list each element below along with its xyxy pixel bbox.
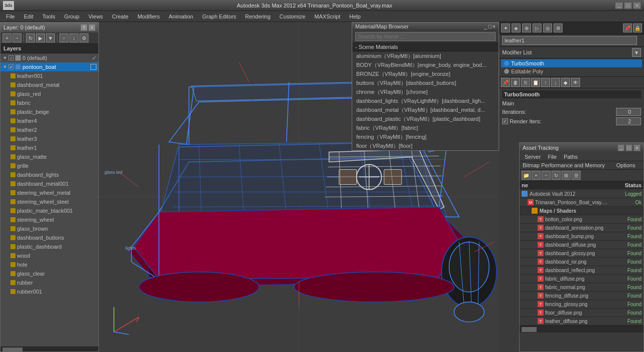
at-item-dash-diffuse[interactable]: T dashboard_diffuse.png Found bbox=[520, 241, 644, 249]
at-item-fabric-normal[interactable]: T fabric_normal.png Found bbox=[520, 283, 644, 292]
layer-checkbox-0[interactable]: ✓ bbox=[8, 55, 13, 60]
at-close-btn[interactable]: × bbox=[634, 144, 641, 151]
layer-item-rubber[interactable]: rubber bbox=[0, 278, 98, 287]
settings-button[interactable]: ⚙ bbox=[79, 33, 88, 42]
at-item-maps-folder[interactable]: Maps / Shaders bbox=[520, 207, 644, 215]
at-item-leather-diffuse[interactable]: T leather_diffuse.png Found bbox=[520, 317, 644, 326]
at-menu-file[interactable]: File bbox=[545, 153, 560, 160]
mat-item-8[interactable]: fabric（VRayMtl）[fabric] bbox=[352, 123, 499, 132]
mat-browser-minimize[interactable]: _ bbox=[484, 23, 487, 29]
mod-editable-poly[interactable]: Editable Poly bbox=[501, 67, 642, 75]
layer-item-swm[interactable]: steering_wheel_metal bbox=[0, 188, 98, 197]
menu-maxscript[interactable]: MAXScript bbox=[310, 12, 344, 20]
modify-tab-btn[interactable]: ◈ bbox=[512, 23, 521, 32]
layer-item-glass-clear[interactable]: glass_clear bbox=[0, 269, 98, 278]
mat-item-0[interactable]: aluminium（VRayMtl）[aluminium] bbox=[352, 51, 499, 60]
layer-item-leather001[interactable]: leather001 bbox=[0, 71, 98, 80]
hierarchy-tab-btn[interactable]: ⊕ bbox=[522, 23, 531, 32]
modifier-list-dropdown-btn[interactable]: ▼ bbox=[632, 48, 641, 57]
at-menu-paths[interactable]: Paths bbox=[561, 153, 581, 160]
object-name-input[interactable] bbox=[502, 36, 637, 45]
menu-rendering[interactable]: Rendering bbox=[241, 12, 275, 20]
layer-item-grille[interactable]: grille bbox=[0, 161, 98, 170]
layer-item-dashboard-lights[interactable]: dashboard_lights bbox=[0, 170, 98, 179]
layer-help-button[interactable]: ? bbox=[80, 24, 87, 31]
create-tab-btn[interactable]: ✦ bbox=[501, 23, 510, 32]
mat-item-7[interactable]: dashboard_plastic（VRayMtl）[plastic_dashb… bbox=[352, 114, 499, 123]
at-scroll-thumb-h[interactable] bbox=[522, 327, 537, 332]
at-path-btn[interactable]: 📁 bbox=[522, 171, 531, 180]
delete-layer-button[interactable]: − bbox=[12, 33, 21, 42]
menu-group[interactable]: Group bbox=[60, 12, 83, 20]
menu-file[interactable]: File bbox=[2, 12, 19, 20]
mat-search-input[interactable] bbox=[355, 32, 496, 41]
menu-create[interactable]: Create bbox=[108, 12, 132, 20]
at-item-vault[interactable]: Autodesk Vault 2012 Logged bbox=[520, 190, 644, 198]
layer-item-plastic-beige[interactable]: plastic_beige bbox=[0, 107, 98, 116]
menu-graph-editors[interactable]: Graph Editors bbox=[198, 12, 240, 20]
close-button[interactable]: × bbox=[633, 2, 641, 9]
move-mod-up-btn[interactable]: ↑ bbox=[541, 78, 550, 87]
new-layer-button[interactable]: + bbox=[2, 33, 11, 42]
layer-scrollbar-h[interactable] bbox=[0, 347, 98, 352]
mod-turbosmooth[interactable]: TurboSmooth bbox=[501, 59, 642, 67]
layer-scroll-thumb[interactable] bbox=[2, 348, 22, 352]
minimize-button[interactable]: _ bbox=[615, 2, 623, 9]
layer-item-leather3[interactable]: leather3 bbox=[0, 134, 98, 143]
render-iters-input[interactable] bbox=[616, 117, 641, 125]
utilities-tab-btn[interactable]: ⚙ bbox=[554, 23, 563, 32]
layer-item-dashboard-metal[interactable]: dashboard_metal bbox=[0, 80, 98, 89]
panel-pin-btn[interactable]: 📌 bbox=[623, 23, 632, 32]
mat-item-1[interactable]: BODY（VRayBlendMtl）[engine_body, engine_b… bbox=[352, 60, 499, 69]
move-mod-down-btn[interactable]: ↓ bbox=[551, 78, 560, 87]
refresh-button[interactable]: ↻ bbox=[26, 33, 35, 42]
layer-item-dm001[interactable]: dashboard_metal001 bbox=[0, 179, 98, 188]
layer-close-button[interactable]: × bbox=[88, 24, 95, 31]
render-iters-checkbox[interactable]: ✓ bbox=[502, 118, 508, 124]
pin-btn[interactable]: 📌 bbox=[501, 78, 510, 87]
move-down-button[interactable]: ↓ bbox=[69, 33, 78, 42]
layer-item-leather1[interactable]: leather1 bbox=[0, 143, 98, 152]
at-collapse-btn[interactable]: − bbox=[542, 171, 551, 180]
display-tab-btn[interactable]: ◎ bbox=[543, 23, 552, 32]
delete-mod-btn[interactable]: 🗑 bbox=[511, 78, 520, 87]
menu-help[interactable]: Help bbox=[345, 12, 365, 20]
layer-item-db[interactable]: dashboard_buttons bbox=[0, 233, 98, 242]
at-menu-server[interactable]: Server bbox=[522, 153, 544, 160]
layer-item-sws[interactable]: steering_wheel_steel bbox=[0, 197, 98, 206]
at-item-floor-diffuse[interactable]: T floor_diffuse.png Found bbox=[520, 309, 644, 317]
at-item-dash-bump[interactable]: T dashboard_bump.png Found bbox=[520, 232, 644, 241]
menu-animation[interactable]: Animation bbox=[165, 12, 197, 20]
at-list-btn[interactable]: ☰ bbox=[572, 171, 581, 180]
at-item-fencing-glossy[interactable]: T fencing_glossy.png Found bbox=[520, 300, 644, 309]
at-item-dash-ior[interactable]: T dashboard_ior.png Found bbox=[520, 258, 644, 266]
paste-mod-btn[interactable]: 📋 bbox=[531, 78, 540, 87]
move-up-button[interactable]: ↑ bbox=[59, 33, 68, 42]
at-item-dash-reflect[interactable]: T dashboard_reflect.png Found bbox=[520, 266, 644, 275]
mat-item-9[interactable]: fencing（VRayMtl）[fencing] bbox=[352, 132, 499, 141]
mat-browser-close[interactable]: × bbox=[493, 23, 496, 29]
at-grid-btn[interactable]: ⊞ bbox=[562, 171, 571, 180]
mat-item-4[interactable]: chrome（VRayMtl）[chrome] bbox=[352, 87, 499, 96]
layer-item-hole[interactable]: hole bbox=[0, 260, 98, 269]
menu-tools[interactable]: Tools bbox=[38, 12, 59, 20]
at-item-fabric-diffuse[interactable]: T fabric_diffuse.png Found bbox=[520, 275, 644, 283]
menu-views[interactable]: Views bbox=[84, 12, 107, 20]
copy-mod-btn[interactable]: ⎘ bbox=[521, 78, 530, 87]
at-scrollbar-h[interactable] bbox=[520, 326, 644, 333]
mat-item-6[interactable]: dashboard_metal（VRayMtl）[dashboard_metal… bbox=[352, 105, 499, 114]
menu-customize[interactable]: Customize bbox=[275, 12, 309, 20]
layer-item-pontoon-boat[interactable]: ▼ ✓ pontoon_boat bbox=[0, 62, 98, 71]
layer-item-fabric[interactable]: fabric bbox=[0, 98, 98, 107]
mat-item-3[interactable]: buttons（VRayMtl）[dashboard_buttons] bbox=[352, 78, 499, 87]
menu-modifiers[interactable]: Modifiers bbox=[133, 12, 164, 20]
layer-item-glass-red[interactable]: glass_red bbox=[0, 89, 98, 98]
at-maximize-btn[interactable]: □ bbox=[626, 144, 633, 151]
at-item-dash-glossy[interactable]: T dashboard_glossy.png Found bbox=[520, 249, 644, 258]
at-expand-btn[interactable]: + bbox=[532, 171, 541, 180]
expand-button[interactable]: ▶ bbox=[36, 33, 45, 42]
mat-item-5[interactable]: dashboard_lights（VRayLightMtl）[dashboard… bbox=[352, 96, 499, 105]
layer-item-wood[interactable]: wood bbox=[0, 251, 98, 260]
at-item-file[interactable]: M Trimaran_Pontoon_Boat_vray.max Ok bbox=[520, 198, 644, 207]
layer-item-sw[interactable]: steering_wheel bbox=[0, 215, 98, 224]
